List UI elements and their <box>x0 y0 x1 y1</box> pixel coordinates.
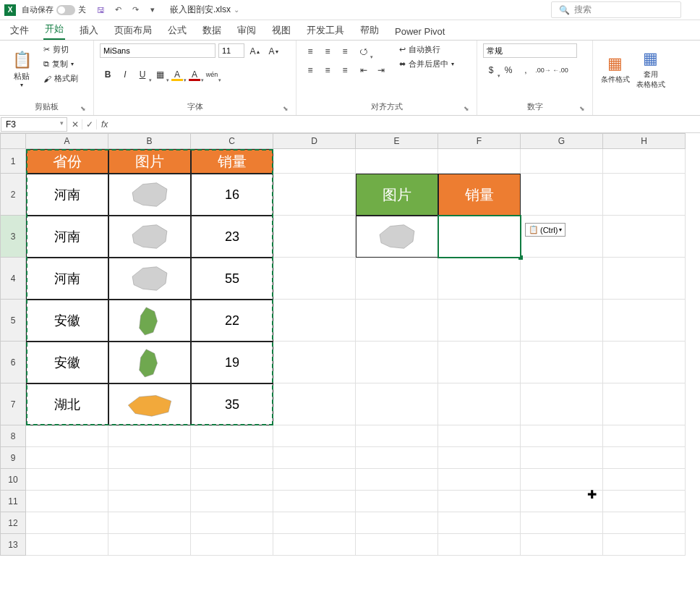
fx-icon[interactable]: fx <box>97 119 112 130</box>
cell-D9[interactable] <box>273 447 356 469</box>
row-header-9[interactable]: 9 <box>0 447 26 469</box>
cut-button[interactable]: ✂剪切 <box>40 43 81 56</box>
cell-A10[interactable] <box>26 469 108 491</box>
decrease-decimal-button[interactable]: ←.00 <box>552 62 568 78</box>
cell-D5[interactable] <box>273 300 356 342</box>
cell-E1[interactable] <box>356 149 438 174</box>
merge-center-button[interactable]: ⬌合并后居中▾ <box>396 58 457 70</box>
cell-H11[interactable] <box>603 491 686 512</box>
cell-D12[interactable] <box>273 512 356 534</box>
cell-B11[interactable] <box>108 491 191 512</box>
cell-G2[interactable] <box>521 174 603 216</box>
cell-H12[interactable] <box>603 512 686 534</box>
cell-B8[interactable] <box>108 425 191 447</box>
tab-开发工具[interactable]: 开发工具 <box>305 21 346 40</box>
cell-F7[interactable] <box>438 383 521 425</box>
increase-indent-button[interactable]: ⇥ <box>373 62 389 78</box>
tab-公式[interactable]: 公式 <box>166 21 188 40</box>
number-launcher[interactable]: ⬊ <box>579 105 585 112</box>
cell-D6[interactable] <box>273 342 356 383</box>
table2-header-1[interactable]: 销量 <box>438 174 521 216</box>
col-header-A[interactable]: A <box>26 133 108 149</box>
cell-D4[interactable] <box>273 258 356 300</box>
tab-开始[interactable]: 开始 <box>43 20 65 40</box>
select-all-corner[interactable] <box>0 133 26 149</box>
formula-input[interactable] <box>112 123 700 126</box>
italic-button[interactable]: I <box>117 67 133 82</box>
cell-F1[interactable] <box>438 149 521 174</box>
cell-A11[interactable] <box>26 491 108 512</box>
cell-H2[interactable] <box>603 174 686 216</box>
cell-C11[interactable] <box>191 491 273 512</box>
paste-button[interactable]: 📋 粘贴 ▾ <box>6 43 38 96</box>
tab-Power Pivot[interactable]: Power Pivot <box>393 23 446 40</box>
cell-B10[interactable] <box>108 469 191 491</box>
row-header-7[interactable]: 7 <box>0 383 26 425</box>
table1-img-5[interactable] <box>108 383 191 425</box>
decrease-font-button[interactable]: A▼ <box>266 43 282 59</box>
table1-sales-4[interactable]: 19 <box>191 342 273 383</box>
comma-format-button[interactable]: , <box>518 62 534 78</box>
table1-img-1[interactable] <box>108 216 191 258</box>
font-size-select[interactable] <box>218 43 244 58</box>
cell-G3[interactable] <box>521 216 603 258</box>
cell-G1[interactable] <box>521 149 603 174</box>
row-header-6[interactable]: 6 <box>0 342 26 383</box>
align-center-button[interactable]: ≡ <box>320 62 336 78</box>
phonetic-button[interactable]: wén <box>204 67 220 82</box>
row-header-4[interactable]: 4 <box>0 258 26 300</box>
cell-E10[interactable] <box>356 469 438 491</box>
table1-sales-0[interactable]: 16 <box>191 174 273 216</box>
name-box[interactable]: F3 <box>1 117 67 132</box>
table2-header-0[interactable]: 图片 <box>356 174 438 216</box>
col-header-H[interactable]: H <box>603 133 686 149</box>
cell-H7[interactable] <box>603 383 686 425</box>
row-header-8[interactable]: 8 <box>0 425 26 447</box>
col-header-D[interactable]: D <box>273 133 356 149</box>
autosave-toggle[interactable] <box>56 5 75 15</box>
percent-format-button[interactable]: % <box>500 62 516 78</box>
tab-文件[interactable]: 文件 <box>9 21 30 40</box>
col-header-F[interactable]: F <box>438 133 521 149</box>
tab-数据[interactable]: 数据 <box>201 21 223 40</box>
align-launcher[interactable]: ⬊ <box>464 105 469 112</box>
row-header-10[interactable]: 10 <box>0 469 26 491</box>
cell-H10[interactable] <box>603 469 686 491</box>
cancel-formula-button[interactable]: ✕ <box>68 119 82 130</box>
fill-color-button[interactable]: A <box>169 67 185 82</box>
align-right-button[interactable]: ≡ <box>337 62 353 78</box>
table1-header-1[interactable]: 图片 <box>108 149 191 174</box>
cell-D1[interactable] <box>273 149 356 174</box>
align-middle-button[interactable]: ≡ <box>320 43 336 59</box>
cell-D10[interactable] <box>273 469 356 491</box>
cell-H8[interactable] <box>603 425 686 447</box>
cell-E8[interactable] <box>356 425 438 447</box>
cell-F11[interactable] <box>438 491 521 512</box>
cell-B9[interactable] <box>108 447 191 469</box>
increase-decimal-button[interactable]: .00→ <box>535 62 551 78</box>
wrap-text-button[interactable]: ↩自动换行 <box>396 43 457 56</box>
qat-customize[interactable]: ▾ <box>145 3 160 17</box>
cell-C12[interactable] <box>191 512 273 534</box>
align-bottom-button[interactable]: ≡ <box>337 43 353 59</box>
table2-img[interactable] <box>356 216 438 258</box>
cell-E11[interactable] <box>356 491 438 512</box>
cell-F10[interactable] <box>438 469 521 491</box>
increase-font-button[interactable]: A▲ <box>247 43 263 59</box>
search-box[interactable]: 🔍 搜索 <box>551 1 681 18</box>
cell-G5[interactable] <box>521 300 603 342</box>
table1-prov-3[interactable]: 安徽 <box>26 300 108 342</box>
table1-header-0[interactable]: 省份 <box>26 149 108 174</box>
cell-D3[interactable] <box>273 216 356 258</box>
row-header-13[interactable]: 13 <box>0 534 26 556</box>
cell-E6[interactable] <box>356 342 438 383</box>
cell-H4[interactable] <box>603 258 686 300</box>
number-format-select[interactable] <box>483 43 577 58</box>
col-header-C[interactable]: C <box>191 133 273 149</box>
save-button[interactable]: 🖫 <box>93 3 108 17</box>
table1-sales-1[interactable]: 23 <box>191 216 273 258</box>
cell-E7[interactable] <box>356 383 438 425</box>
row-header-11[interactable]: 11 <box>0 491 26 512</box>
cell-G6[interactable] <box>521 342 603 383</box>
cell-A12[interactable] <box>26 512 108 534</box>
